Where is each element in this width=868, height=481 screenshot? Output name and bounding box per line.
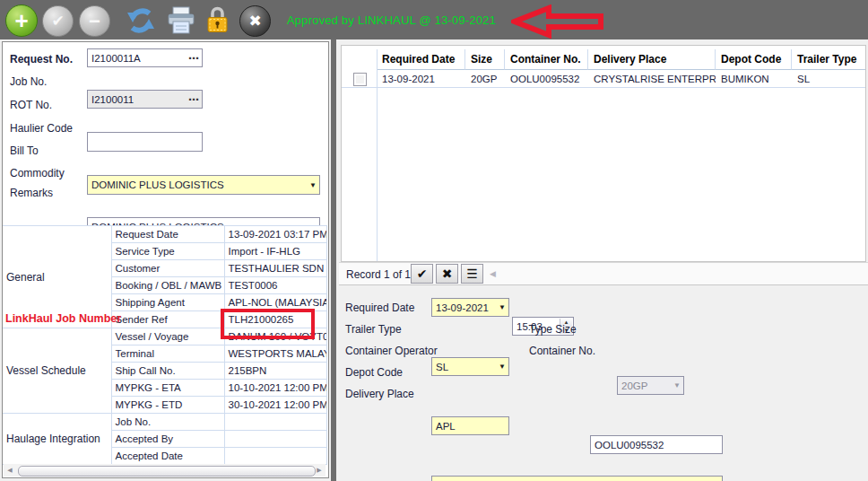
- row-value: [224, 448, 326, 465]
- column-header-trailer-type[interactable]: Trailer Type: [792, 49, 865, 70]
- job-no-lookup-icon[interactable]: ⋯: [188, 91, 199, 108]
- table-row: Haulage Integration Job No.: [3, 414, 326, 431]
- row-value: Import - IF-HLG: [224, 243, 326, 260]
- required-date-label: Required Date: [345, 302, 414, 314]
- type-size-label: Type Size: [529, 323, 577, 336]
- depot-code-select[interactable]: BUMIKONSER ▼: [431, 476, 723, 481]
- cell-delivery-place[interactable]: CRYSTALRISE ENTERPRISE: [588, 70, 716, 88]
- column-header-container-no[interactable]: Container No.: [505, 49, 588, 70]
- record-navigation-bar: Record 1 of 1 ✔ ✖ ☰ ◀: [339, 262, 868, 285]
- confirm-record-icon[interactable]: ✔: [411, 264, 433, 284]
- row-value: [224, 431, 326, 448]
- row-value: 13-09-2021 03:17 PM: [224, 226, 326, 243]
- job-no-label: Job No.: [10, 75, 47, 88]
- row-label: Ship Call No.: [111, 363, 224, 380]
- toolbar: + ✔ − ✖ Approved by LINKHAUL @ 13-09-20: [0, 0, 868, 39]
- row-label: Shipping Agent: [111, 294, 224, 311]
- haulier-code-label: Haulier Code: [10, 122, 73, 135]
- scrollbar-thumb[interactable]: [18, 466, 316, 477]
- scroll-left-icon[interactable]: ◀: [4, 467, 16, 474]
- print-icon[interactable]: [166, 5, 196, 36]
- sender-ref-highlight-box: [221, 309, 315, 339]
- trailer-type-value: SL: [436, 362, 448, 372]
- chevron-down-icon: ▼: [309, 181, 317, 189]
- row-label: Terminal: [111, 345, 224, 363]
- row-label: Accepted By: [111, 431, 224, 448]
- row-value: 215BPN: [224, 363, 326, 380]
- row-label: MYPKG - ETA: [111, 380, 224, 397]
- approve-check-icon[interactable]: ✔: [42, 5, 74, 37]
- scroll-right-icon[interactable]: ▶: [313, 467, 326, 474]
- table-row: General Request Date 13-09-2021 03:17 PM: [3, 226, 326, 243]
- request-detail-table: General Request Date 13-09-2021 03:17 PM…: [3, 225, 327, 465]
- type-size-select: 20GP ▼: [617, 376, 684, 395]
- column-header-depot-code[interactable]: Depot Code: [716, 49, 792, 70]
- commodity-label: Commodity: [10, 167, 65, 179]
- rot-no-label: ROT No.: [10, 99, 52, 111]
- row-value: 10-10-2021 12:00 PM: [224, 380, 326, 397]
- row-value: TESTHAULIER SDN BH: [224, 260, 326, 277]
- delivery-place-label: Delivery Place: [345, 388, 414, 400]
- approval-status-text: Approved by LINKHAUL @ 13-09-2021: [287, 0, 496, 39]
- trailer-type-label: Trailer Type: [345, 323, 402, 336]
- prev-record-icon[interactable]: ◀: [490, 269, 496, 278]
- request-no-field[interactable]: I2100011A ⋯: [87, 48, 203, 67]
- row-label: Booking / OBL / MAWB: [111, 277, 224, 294]
- panel-splitter[interactable]: [331, 39, 336, 481]
- row-value: TEST0006: [224, 277, 326, 294]
- required-date-value: 13-09-2021: [436, 302, 489, 313]
- chevron-down-icon: ▼: [673, 381, 681, 389]
- row-label: Service Type: [111, 243, 224, 260]
- record-count-text: Record 1 of 1: [346, 263, 411, 286]
- job-no-field[interactable]: I2100011 ⋯: [87, 90, 203, 109]
- column-header-required-date[interactable]: Required Date: [377, 49, 465, 70]
- cancel-record-icon[interactable]: ✖: [436, 264, 458, 284]
- cell-container-no[interactable]: OOLU0095532: [505, 70, 588, 88]
- row-label: Sender Ref: [111, 311, 224, 328]
- trailer-type-select[interactable]: SL ▼: [431, 357, 509, 376]
- lock-icon[interactable]: [205, 5, 230, 35]
- horizontal-scrollbar[interactable]: ◀ ▶: [4, 464, 326, 477]
- container-operator-label: Container Operator: [345, 345, 438, 357]
- haulier-code-select[interactable]: DOMINIC PLUS LOGISTICS ▼: [87, 175, 320, 195]
- group-haulage-integration: Haulage Integration: [3, 414, 111, 465]
- add-icon[interactable]: +: [5, 4, 38, 37]
- remove-minus-icon[interactable]: −: [79, 5, 110, 37]
- depot-code-label: Depot Code: [345, 366, 403, 379]
- container-no-field[interactable]: OOLU0095532: [590, 435, 723, 454]
- row-value: WESTPORTS MALAY..: [224, 345, 326, 363]
- bill-to-label: Bill To: [10, 144, 39, 157]
- row-label: Vessel / Voyage: [111, 328, 224, 345]
- container-operator-value: APL: [436, 421, 456, 432]
- container-no-label: Container No.: [529, 345, 595, 357]
- request-no-label: Request No.: [10, 53, 73, 66]
- row-label: Request Date: [111, 226, 224, 243]
- container-grid: Required Date Size Container No. Deliver…: [341, 45, 866, 262]
- linkhaul-job-number-annotation: LinkHaul Job Number: [5, 312, 121, 325]
- cell-depot-code[interactable]: BUMIKON: [716, 70, 792, 88]
- request-no-lookup-icon[interactable]: ⋯: [188, 49, 199, 66]
- row-label: Job No.: [111, 414, 224, 431]
- container-panel: Required Date Size Container No. Deliver…: [339, 41, 868, 477]
- refresh-icon[interactable]: [125, 4, 157, 37]
- red-arrow-annotation: [511, 4, 604, 41]
- record-menu-icon[interactable]: ☰: [461, 264, 483, 284]
- type-size-value: 20GP: [621, 380, 647, 391]
- container-operator-field[interactable]: APL: [431, 416, 509, 435]
- chevron-down-icon: ▼: [499, 303, 506, 311]
- row-value: 30-10-2021 12:00 PM: [224, 397, 326, 414]
- close-icon[interactable]: ✖: [239, 5, 271, 37]
- container-no-value: OOLU0095532: [595, 440, 664, 450]
- row-label: Accepted Date: [111, 448, 224, 465]
- request-no-value: I2100011A: [91, 53, 141, 64]
- cell-required-date[interactable]: 13-09-2021: [377, 70, 465, 88]
- row-checkbox[interactable]: [353, 73, 367, 86]
- cell-size[interactable]: 20GP: [465, 70, 505, 88]
- group-vessel-schedule: Vessel Schedule: [3, 328, 111, 414]
- required-date-select[interactable]: 13-09-2021 ▼: [431, 298, 509, 317]
- rot-no-field[interactable]: [87, 132, 203, 152]
- cell-trailer-type[interactable]: SL: [792, 70, 865, 88]
- chevron-down-icon: ▼: [499, 363, 506, 371]
- column-header-delivery-place[interactable]: Delivery Place: [588, 49, 716, 70]
- column-header-size[interactable]: Size: [465, 49, 505, 70]
